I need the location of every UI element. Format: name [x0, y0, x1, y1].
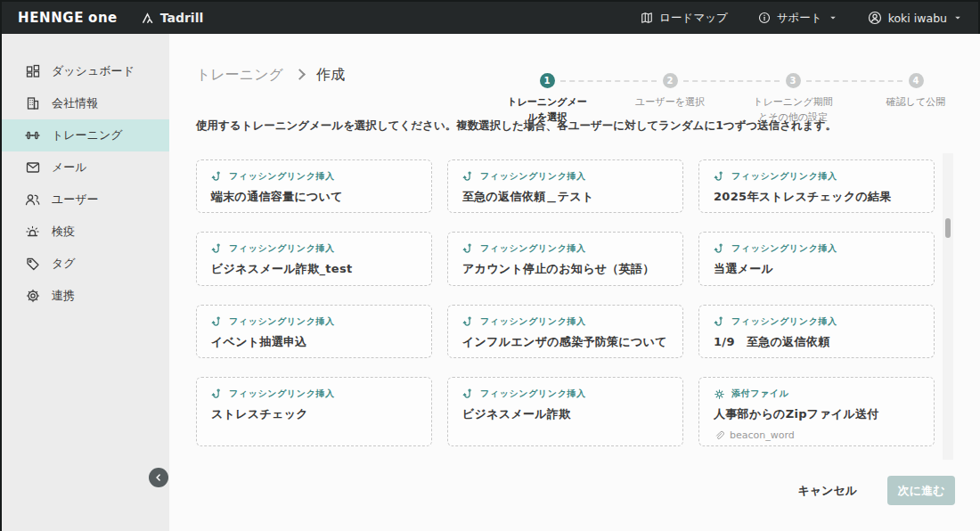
card-title: 当選メール: [714, 261, 919, 277]
card-badge-label: 添付ファイル: [731, 388, 789, 400]
brand-primary: HENNGE: [18, 10, 84, 26]
building-icon: [25, 96, 40, 110]
breadcrumb-parent[interactable]: トレーニング: [196, 66, 283, 85]
user-menu[interactable]: koki iwabu: [868, 11, 962, 25]
topbar: HENNGE one Tadrill ロードマップ: [2, 2, 978, 34]
main-content: トレーニング 作成 1 トレーニングメールを選択 2 ユーザーを選択 3 トレー…: [169, 34, 980, 531]
chevron-left-icon: [153, 472, 164, 483]
info-icon: [758, 12, 771, 24]
card-badge-label: フィッシングリンク挿入: [731, 170, 837, 183]
support-label: サポート: [777, 11, 822, 26]
app-window: HENNGE one Tadrill ロードマップ: [0, 0, 980, 531]
sidebar-item-tags[interactable]: タグ: [2, 248, 169, 280]
card-badge-label: フィッシングリンク挿入: [480, 170, 586, 183]
dashboard-icon: [25, 64, 40, 78]
card-badge: フィッシングリンク挿入: [211, 388, 417, 400]
sidebar: ダッシュボード 会社情報 トレーニング: [2, 34, 169, 531]
training-mail-card[interactable]: フィッシングリンク挿入 至急の返信依頼＿テスト: [447, 159, 683, 213]
card-title: 1/9 至急の返信依頼: [714, 334, 919, 350]
training-mail-card[interactable]: フィッシングリンク挿入 イベント抽選申込: [196, 305, 432, 358]
sidebar-item-dashboard[interactable]: ダッシュボード: [2, 55, 169, 87]
sidebar-item-label: 会社情報: [52, 95, 98, 111]
product-name: Tadrill: [160, 11, 204, 25]
card-badge-label: フィッシングリンク挿入: [480, 388, 586, 400]
card-title: インフルエンザの感染予防策について: [462, 334, 668, 350]
scrollbar-track[interactable]: [943, 153, 953, 460]
next-button[interactable]: 次に進む: [887, 476, 955, 505]
hook-icon: [714, 243, 725, 255]
training-mail-card[interactable]: フィッシングリンク挿入 1/9 至急の返信依頼: [698, 305, 935, 358]
training-mail-card[interactable]: 添付ファイル 人事部からのZipファイル送付 beacon_word: [698, 377, 935, 446]
step-4-label: 確認して公開: [886, 95, 946, 110]
roadmap-link[interactable]: ロードマップ: [641, 11, 727, 26]
training-mail-card[interactable]: フィッシングリンク挿入 2025年ストレスチェックの結果: [698, 159, 935, 213]
roadmap-label: ロードマップ: [659, 11, 727, 26]
training-mail-card[interactable]: フィッシングリンク挿入 当選メール: [698, 232, 935, 286]
step-1-dot: 1: [540, 73, 555, 88]
card-title: 端末の通信容量について: [211, 189, 417, 205]
training-mail-card[interactable]: フィッシングリンク挿入 ビジネスメール詐欺: [447, 377, 683, 446]
card-badge-label: フィッシングリンク挿入: [229, 315, 335, 328]
support-menu[interactable]: サポート: [758, 11, 837, 26]
card-badge: フィッシングリンク挿入: [462, 242, 668, 255]
training-mail-card[interactable]: フィッシングリンク挿入 ストレスチェック: [196, 377, 432, 446]
scrollbar-thumb[interactable]: [945, 218, 951, 238]
sidebar-collapse-button[interactable]: [149, 468, 168, 487]
chevron-right-icon: [294, 69, 306, 80]
sidebar-item-mail[interactable]: メール: [2, 151, 169, 184]
tag-icon: [25, 257, 40, 271]
card-badge: フィッシングリンク挿入: [462, 315, 668, 328]
sidebar-item-label: タグ: [52, 256, 76, 272]
card-title: 至急の返信依頼＿テスト: [462, 189, 668, 205]
hook-icon: [714, 171, 725, 183]
step-4-dot: 4: [909, 73, 924, 88]
card-badge: フィッシングリンク挿入: [211, 315, 417, 328]
chevron-down-icon: [829, 13, 837, 22]
sidebar-item-label: 検疫: [52, 224, 75, 240]
card-badge-label: フィッシングリンク挿入: [480, 242, 586, 255]
card-badge: 添付ファイル: [714, 388, 919, 400]
training-mail-card[interactable]: フィッシングリンク挿入 インフルエンザの感染予防策について: [447, 305, 683, 358]
hennge-one-logo[interactable]: HENNGE one: [18, 10, 118, 26]
map-icon: [641, 12, 653, 24]
sidebar-item-training[interactable]: トレーニング: [2, 119, 169, 151]
training-mail-card[interactable]: フィッシングリンク挿入 アカウント停止のお知らせ（英語）: [447, 232, 683, 286]
training-mail-card[interactable]: フィッシングリンク挿入 ビジネスメール詐欺_test: [196, 232, 432, 286]
card-title: アカウント停止のお知らせ（英語）: [462, 261, 668, 277]
card-badge-label: フィッシングリンク挿入: [731, 315, 837, 328]
card-title: 2025年ストレスチェックの結果: [714, 189, 919, 205]
card-attachment: beacon_word: [714, 429, 919, 441]
card-badge: フィッシングリンク挿入: [211, 242, 417, 255]
card-badge: フィッシングリンク挿入: [714, 242, 919, 255]
stepper: 1 トレーニングメールを選択 2 ユーザーを選択 3 トレーニング期間とその他の…: [486, 73, 977, 125]
card-badge-label: フィッシングリンク挿入: [480, 315, 586, 328]
card-badge: フィッシングリンク挿入: [714, 315, 919, 328]
step-4: 4 確認して公開: [854, 73, 977, 125]
step-2-label: ユーザーを選択: [635, 95, 705, 110]
brand-secondary: one: [88, 10, 118, 26]
siren-icon: [25, 225, 40, 239]
training-mail-card-grid: フィッシングリンク挿入 端末の通信容量について フィッシングリンク挿入 至急の返…: [196, 159, 935, 446]
sidebar-item-integration[interactable]: 連携: [2, 280, 169, 312]
sidebar-item-users[interactable]: ユーザー: [2, 184, 169, 216]
hook-icon: [462, 388, 474, 400]
card-badge-label: フィッシングリンク挿入: [731, 242, 837, 255]
training-mail-card[interactable]: フィッシングリンク挿入 端末の通信容量について: [196, 159, 432, 213]
hook-icon: [462, 171, 474, 183]
hook-icon: [211, 243, 223, 255]
sidebar-item-quarantine[interactable]: 検疫: [2, 216, 169, 248]
instruction-text: 使用するトレーニングメールを選択してください。複数選択した場合、各ユーザーに対し…: [196, 118, 837, 134]
cancel-button[interactable]: キャンセル: [797, 483, 857, 499]
users-icon: [25, 192, 40, 207]
sidebar-item-company-info[interactable]: 会社情報: [2, 87, 169, 119]
footer-actions: キャンセル 次に進む: [797, 476, 955, 505]
card-badge: フィッシングリンク挿入: [462, 170, 668, 183]
sidebar-item-label: メール: [52, 159, 87, 176]
card-badge-label: フィッシングリンク挿入: [229, 388, 335, 400]
sidebar-item-label: ダッシュボード: [52, 63, 135, 79]
tadrill-logo[interactable]: Tadrill: [141, 11, 204, 25]
chevron-down-icon: [953, 13, 962, 22]
card-badge-label: フィッシングリンク挿入: [229, 170, 335, 183]
step-2-dot: 2: [663, 73, 678, 88]
breadcrumb: トレーニング 作成: [196, 66, 345, 85]
